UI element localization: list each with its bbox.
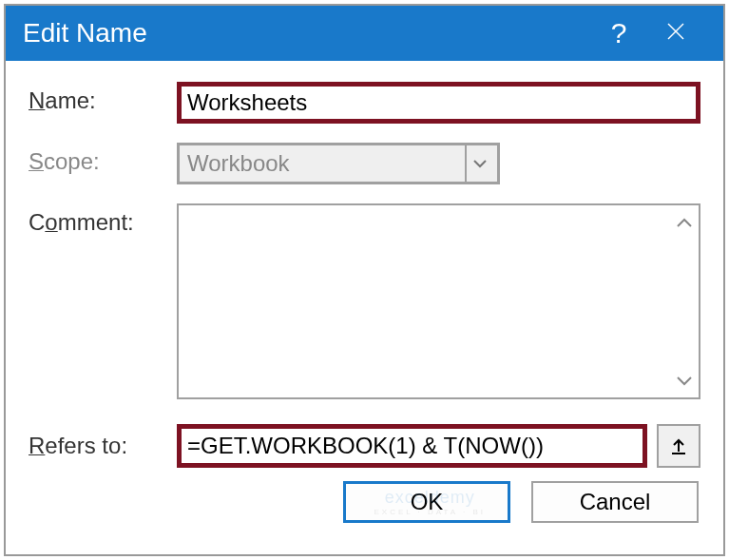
refers-to-input[interactable] — [177, 424, 647, 468]
titlebar: Edit Name ? — [6, 6, 723, 61]
name-label: Name: — [29, 82, 177, 114]
comment-row: Comment: — [29, 203, 700, 399]
comment-label: Comment: — [29, 203, 177, 236]
close-button[interactable] — [647, 20, 704, 47]
refers-row: Refers to: — [29, 424, 700, 468]
refers-label: Refers to: — [29, 433, 177, 459]
help-button[interactable]: ? — [590, 17, 647, 49]
scope-dropdown-button — [465, 145, 497, 182]
name-input[interactable] — [177, 82, 700, 124]
edit-name-dialog: Edit Name ? Name: Scope: Workbook — [4, 4, 725, 556]
dialog-content: Name: Scope: Workbook — [6, 61, 723, 554]
comment-textarea[interactable] — [177, 203, 700, 399]
scope-select: Workbook — [177, 143, 500, 184]
collapse-dialog-button[interactable] — [657, 424, 700, 468]
ok-button[interactable]: OK — [343, 481, 510, 523]
name-row: Name: — [29, 82, 700, 124]
dialog-title: Edit Name — [23, 18, 590, 48]
close-icon — [664, 20, 687, 43]
collapse-icon — [669, 436, 688, 455]
scope-value: Workbook — [187, 150, 465, 177]
scope-label: Scope: — [29, 143, 177, 175]
cancel-button[interactable]: Cancel — [531, 481, 699, 523]
scope-row: Scope: Workbook — [29, 143, 700, 184]
button-row: OK Cancel — [29, 481, 700, 523]
chevron-down-icon — [472, 159, 488, 168]
